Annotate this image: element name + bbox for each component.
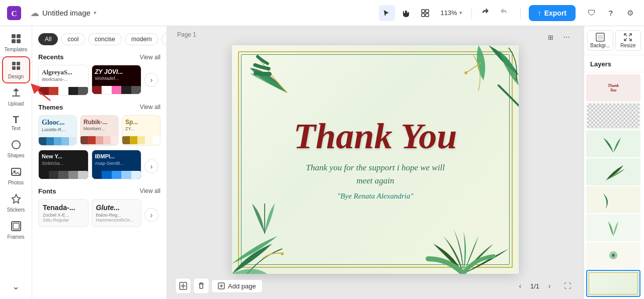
font-card-glute[interactable]: Glute... Baloo-Reg... HammersmithOn...	[92, 199, 142, 227]
card-thank-you-text[interactable]: Thank You	[294, 118, 457, 154]
font-sub1-tenada: Zocbel X-E...	[43, 213, 84, 218]
frames-label: Frames	[8, 234, 25, 240]
sidebar-item-frames[interactable]: Frames	[3, 218, 29, 243]
zoom-control[interactable]: 113% ▾	[436, 7, 466, 19]
layers-list: ThankYou	[584, 72, 644, 299]
sidebar-item-stickers[interactable]: Stickers	[3, 190, 29, 216]
layer-item-small-leaf[interactable]	[586, 214, 640, 241]
layer-item-text[interactable]: ThankYou	[586, 74, 640, 102]
font-sub1-glute: Baloo-Reg...	[96, 213, 137, 218]
fonts-next-button[interactable]: ›	[144, 208, 158, 222]
theme-card-ibm[interactable]: IBMPl... Asap-SemiB...	[92, 150, 142, 179]
sidebar-item-templates[interactable]: Templates	[3, 30, 29, 55]
design-label: Design	[8, 74, 24, 79]
theme-card-sp[interactable]: Sp... ZY...	[122, 115, 160, 146]
redo-button[interactable]	[496, 5, 512, 21]
svg-rect-11	[17, 62, 20, 65]
canva-logo[interactable]: C	[6, 5, 22, 21]
filter-pill-all[interactable]: All	[38, 33, 58, 45]
recent-card-alegreya[interactable]: AlgreyaS... WorkSans-...	[38, 65, 89, 95]
page-label: Page 1	[177, 31, 196, 38]
themes-title: Themes	[38, 104, 63, 111]
export-icon: ↑	[538, 9, 541, 17]
hand-tool-button[interactable]	[398, 5, 414, 21]
svg-rect-8	[12, 39, 16, 43]
svg-rect-5	[426, 14, 429, 17]
svg-rect-7	[17, 34, 21, 38]
text-icon: T	[13, 115, 19, 125]
canvas-quick-actions: Backgr... Resize	[584, 26, 644, 55]
delete-page-button[interactable]	[193, 278, 209, 294]
right-panel: Backgr... Resize Layers ThankYou	[584, 26, 644, 299]
next-page-button[interactable]: ›	[541, 278, 557, 294]
fonts-title: Fonts	[38, 187, 56, 195]
filter-pill-cool[interactable]: cool	[61, 33, 85, 45]
photos-icon	[11, 166, 22, 179]
fonts-view-all[interactable]: View all	[140, 187, 160, 194]
layer-item-leaf1[interactable]	[586, 130, 640, 157]
page-thumbnail-button[interactable]: ⊞	[543, 30, 557, 44]
svg-text:C: C	[11, 9, 17, 17]
recents-next-button[interactable]: ›	[144, 73, 158, 87]
filter-more-button[interactable]: ›	[162, 32, 167, 46]
settings-button[interactable]: ⚙	[622, 5, 638, 21]
canvas-wrapper: Thank You Thank you for the support i ho…	[167, 44, 584, 275]
recents-title: Recents	[38, 53, 64, 61]
sidebar-more-button[interactable]: ⌄	[9, 278, 23, 295]
theme-card-rubik[interactable]: Rubik-... Montserr...	[80, 115, 119, 146]
page-more-button[interactable]: ···	[559, 30, 574, 44]
fullscreen-button[interactable]: ⛶	[559, 278, 576, 294]
theme-name-newy: New Y...	[42, 153, 85, 160]
layer-item-leaf2[interactable]	[586, 158, 640, 185]
cloud-icon: ☁	[30, 8, 39, 19]
layer-item-tiny-leaf[interactable]	[586, 242, 640, 269]
font-card-tenada[interactable]: Tenada-... Zocbel X-E... Stilu-Regular	[38, 199, 89, 227]
theme-card-newy[interactable]: New Y... SinkinSa...	[38, 150, 89, 179]
help-button[interactable]: ?	[603, 5, 619, 21]
font-sub2-glute: HammersmithOn...	[96, 218, 137, 223]
sidebar-item-text[interactable]: T Text	[3, 112, 29, 134]
theme-sub-ibm: Asap-SemiB...	[95, 161, 138, 166]
themes-view-all[interactable]: View all	[140, 104, 160, 111]
card-byline[interactable]: "Bye Renata Alexandria"	[337, 192, 413, 201]
upload-label: Upload	[8, 101, 24, 107]
card-subtitle[interactable]: Thank you for the support i hope we will…	[306, 161, 445, 187]
sidebar-item-photos[interactable]: Photos	[3, 163, 29, 188]
resize-button[interactable]: Resize	[615, 30, 641, 51]
document-title-area[interactable]: ☁ Untitled image ▾	[30, 8, 97, 19]
upload-icon	[11, 87, 22, 100]
shield-icon-button[interactable]: 🛡	[584, 5, 600, 21]
background-button[interactable]: Backgr...	[587, 30, 613, 51]
add-page-icon-button[interactable]	[175, 278, 191, 294]
canvas-area: Page 1 ⊞ ···	[167, 26, 584, 299]
svg-rect-12	[12, 66, 16, 70]
sidebar-item-design[interactable]: Design	[3, 57, 29, 82]
prev-page-button[interactable]: ‹	[512, 278, 528, 294]
templates-label: Templates	[5, 47, 28, 52]
theme-name-ibm: IBMPl...	[95, 153, 138, 160]
cursor-tool-button[interactable]	[379, 5, 395, 21]
layer-item-leaf3[interactable]	[586, 186, 640, 214]
add-page-button[interactable]: Add page	[211, 279, 263, 293]
filter-pill-concise[interactable]: concise	[88, 33, 122, 45]
page-nav: 1/1	[530, 282, 539, 290]
undo-button[interactable]	[477, 5, 493, 21]
topbar-tools: 113% ▾	[379, 5, 512, 21]
layer-item-element[interactable]	[586, 103, 640, 130]
filter-pill-modern[interactable]: modern	[125, 33, 158, 45]
recent-sub-zyjovi: WixMadef...	[95, 76, 138, 81]
export-button[interactable]: ↑ Export	[529, 5, 576, 21]
theme-card-glooc[interactable]: Glooc... Lucette-R...	[38, 115, 77, 146]
sidebar-item-shapes[interactable]: Shapes	[3, 136, 29, 161]
sidebar-item-upload[interactable]: Upload	[3, 84, 29, 110]
themes-section-header: Themes View all	[32, 102, 167, 115]
recent-card-zyjovi[interactable]: ZY JOVI... WixMadef...	[92, 65, 142, 94]
theme-sub-newy: SinkinSa...	[42, 161, 85, 166]
topbar-right-icons: 🛡 ? ⚙	[584, 5, 638, 21]
recents-view-all[interactable]: View all	[140, 54, 160, 61]
themes-next-button[interactable]: ›	[144, 159, 158, 173]
canvas-card[interactable]: Thank You Thank you for the support i ho…	[232, 45, 519, 274]
frames-icon	[11, 221, 22, 233]
layer-item-card-bg[interactable]	[586, 270, 640, 297]
grid-tool-button[interactable]	[417, 5, 433, 21]
